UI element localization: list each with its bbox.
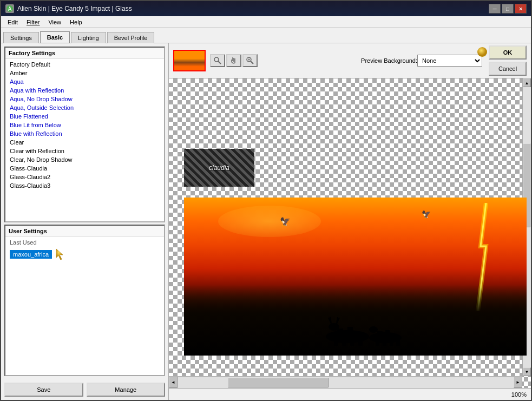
svg-marker-3 bbox=[56, 249, 63, 260]
animal-silhouettes bbox=[304, 315, 412, 347]
app-icon: A bbox=[5, 4, 14, 13]
menu-edit[interactable]: Edit bbox=[3, 18, 22, 27]
cursor-arrow-icon bbox=[54, 248, 67, 261]
preset-aqua-outside[interactable]: Aqua, Outside Selection bbox=[5, 103, 164, 112]
svg-rect-16 bbox=[350, 338, 354, 346]
save-button[interactable]: Save bbox=[4, 383, 83, 397]
left-panel: Factory Settings Factory Default Amber A… bbox=[1, 43, 169, 400]
svg-rect-24 bbox=[390, 339, 393, 346]
bird2-icon: 🦅 bbox=[422, 210, 431, 219]
preset-header: Factory Settings bbox=[5, 48, 164, 59]
title-bar: A Alien Skin | Eye Candy 5 Impact | Glas… bbox=[1, 1, 531, 16]
svg-rect-17 bbox=[358, 338, 363, 346]
preset-list[interactable]: Factory Default Amber Aqua Aqua with Ref… bbox=[5, 59, 164, 221]
preview-bg-label: Preview Background: bbox=[361, 57, 417, 64]
preset-amber[interactable]: Amber bbox=[5, 69, 164, 77]
main-window: A Alien Skin | Eye Candy 5 Impact | Glas… bbox=[0, 0, 532, 401]
right-panel: Preview Background: None White Black Gra… bbox=[169, 43, 531, 400]
svg-point-4 bbox=[214, 57, 219, 62]
cancel-button[interactable]: Cancel bbox=[489, 62, 527, 76]
window-controls: ─ □ ✕ bbox=[489, 4, 527, 14]
h-scroll-thumb[interactable] bbox=[228, 378, 329, 387]
preview-bg-area: Preview Background: None White Black Gra… bbox=[361, 55, 482, 67]
minimize-button[interactable]: ─ bbox=[489, 4, 501, 14]
menu-view[interactable]: View bbox=[44, 18, 65, 27]
claudia-banner-area: claudia bbox=[184, 149, 254, 187]
scroll-right-button[interactable]: ► bbox=[514, 377, 522, 388]
navigate-icon bbox=[213, 56, 222, 65]
window-title: Alien Skin | Eye Candy 5 Impact | Glass bbox=[17, 5, 489, 12]
close-button[interactable]: ✕ bbox=[515, 4, 527, 14]
svg-rect-20 bbox=[377, 331, 383, 339]
zoom-tool-button[interactable] bbox=[242, 54, 258, 67]
hand-icon bbox=[229, 56, 238, 65]
scroll-up-button[interactable]: ▲ bbox=[523, 78, 531, 87]
ok-gold-decoration bbox=[477, 47, 488, 57]
tab-bevel-profile[interactable]: Bevel Profile bbox=[107, 32, 155, 43]
svg-text:A: A bbox=[8, 6, 12, 12]
zoom-icon bbox=[246, 56, 254, 65]
preset-clear-no-drop[interactable]: Clear, No Drop Shadow bbox=[5, 155, 164, 164]
preset-clear[interactable]: Clear bbox=[5, 138, 164, 147]
preset-aqua[interactable]: Aqua bbox=[5, 77, 164, 86]
manage-button[interactable]: Manage bbox=[87, 383, 166, 397]
zoom-level: 100% bbox=[511, 391, 527, 398]
last-used-label: Last Used bbox=[5, 237, 164, 247]
preset-blue-reflection[interactable]: Blue with Reflection bbox=[5, 129, 164, 138]
sunset-preview: 🦅 🦅 bbox=[184, 198, 527, 356]
preset-clear-reflection[interactable]: Clear with Reflection bbox=[5, 147, 164, 155]
svg-rect-14 bbox=[334, 338, 338, 346]
ok-button[interactable]: OK bbox=[489, 45, 527, 60]
claudia-banner: claudia bbox=[184, 149, 254, 187]
claudia-text: claudia bbox=[209, 164, 229, 172]
toolbar-icons bbox=[210, 54, 258, 67]
svg-rect-23 bbox=[383, 339, 386, 346]
ok-cancel-area: OK Cancel bbox=[489, 45, 527, 76]
horizontal-scrollbar[interactable]: ◄ ► bbox=[169, 376, 522, 388]
right-top-bar: Preview Background: None White Black Gra… bbox=[169, 43, 531, 78]
preset-list-inner: Factory Default Amber Aqua Aqua with Ref… bbox=[5, 59, 164, 191]
svg-rect-12 bbox=[337, 328, 343, 339]
maximize-button[interactable]: □ bbox=[502, 4, 514, 14]
preset-glass-claudia2[interactable]: Glass-Claudia2 bbox=[5, 173, 164, 181]
preset-glass-claudia[interactable]: Glass-Claudia bbox=[5, 164, 164, 173]
scroll-left-button[interactable]: ◄ bbox=[169, 377, 178, 388]
svg-line-5 bbox=[218, 61, 221, 64]
status-bar: 100% bbox=[169, 388, 531, 400]
preset-blue-flattened[interactable]: Blue Flattened bbox=[5, 112, 164, 121]
hand-tool-button[interactable] bbox=[226, 54, 241, 67]
svg-rect-13 bbox=[347, 327, 353, 337]
preset-aqua-no-drop[interactable]: Aqua, No Drop Shadow bbox=[5, 95, 164, 103]
svg-rect-25 bbox=[396, 339, 400, 346]
svg-point-26 bbox=[369, 326, 378, 333]
preset-blue-lit-below[interactable]: Blue Lit from Below bbox=[5, 121, 164, 129]
tab-bar: Settings Basic Lighting Bevel Profile bbox=[1, 28, 531, 43]
menu-filter[interactable]: Filter bbox=[22, 18, 44, 27]
tab-settings[interactable]: Settings bbox=[3, 32, 39, 43]
user-header: User Settings bbox=[5, 226, 164, 237]
preview-container: claudia 🦅 🦅 bbox=[169, 78, 531, 388]
svg-point-10 bbox=[477, 47, 487, 57]
svg-point-18 bbox=[329, 323, 339, 331]
preview-thumbnail[interactable] bbox=[173, 50, 206, 71]
tab-basic[interactable]: Basic bbox=[40, 31, 70, 43]
scroll-down-button[interactable]: ▼ bbox=[523, 367, 531, 376]
menu-help[interactable]: Help bbox=[65, 18, 87, 27]
navigate-tool-button[interactable] bbox=[210, 54, 225, 67]
content-area: Factory Settings Factory Default Amber A… bbox=[1, 43, 531, 400]
preview-thumb-image bbox=[174, 51, 205, 70]
bird1-icon: 🦅 bbox=[280, 216, 291, 227]
preset-glass-claudia3[interactable]: Glass-Claudia3 bbox=[5, 181, 164, 190]
bottom-buttons: Save Manage bbox=[1, 379, 168, 400]
selected-user-row: maxou_africa bbox=[10, 248, 160, 261]
preset-aqua-reflection[interactable]: Aqua with Reflection bbox=[5, 86, 164, 95]
h-scroll-track bbox=[178, 377, 514, 388]
tab-lighting[interactable]: Lighting bbox=[71, 32, 106, 43]
sunset-sky: 🦅 🦅 bbox=[184, 198, 527, 356]
svg-rect-15 bbox=[342, 338, 346, 346]
selected-user-item[interactable]: maxou_africa bbox=[10, 250, 52, 259]
preview-bg-select[interactable]: None White Black Gray bbox=[417, 55, 482, 67]
preset-factory-default[interactable]: Factory Default bbox=[5, 60, 164, 69]
preset-section: Factory Settings Factory Default Amber A… bbox=[4, 47, 165, 222]
svg-rect-22 bbox=[376, 339, 379, 346]
